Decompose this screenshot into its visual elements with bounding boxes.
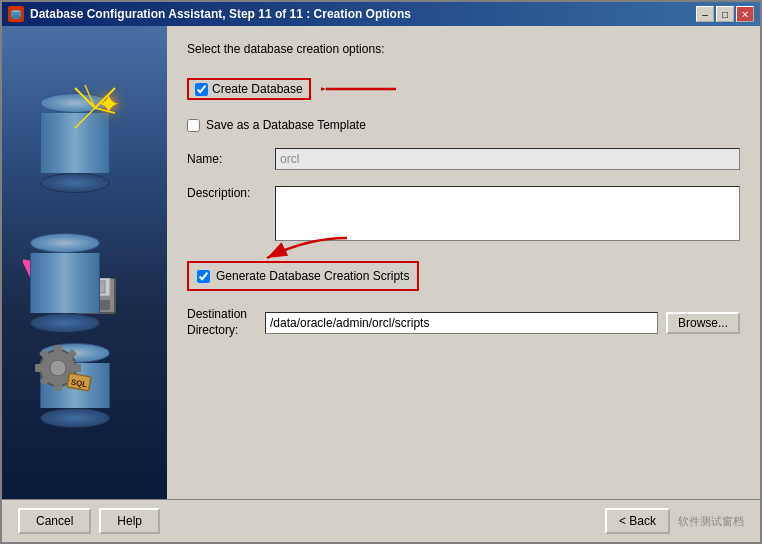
bottom-right-buttons: < Back 软件测试窗档 bbox=[605, 508, 744, 534]
save-template-label: Save as a Database Template bbox=[206, 118, 366, 132]
name-label: Name: bbox=[187, 152, 267, 166]
destination-input[interactable] bbox=[265, 312, 658, 334]
create-db-label: Create Database bbox=[212, 82, 303, 96]
browse-button[interactable]: Browse... bbox=[666, 312, 740, 334]
bottom-left-buttons: Cancel Help bbox=[18, 508, 160, 534]
save-template-checkbox[interactable] bbox=[187, 119, 200, 132]
right-panel: Select the database creation options: Cr… bbox=[167, 26, 760, 499]
svg-line-8 bbox=[85, 85, 95, 108]
close-button[interactable]: ✕ bbox=[736, 6, 754, 22]
generate-scripts-highlight: Generate Database Creation Scripts bbox=[187, 261, 419, 291]
left-panel: ✦ bbox=[2, 26, 167, 499]
generate-scripts-label: Generate Database Creation Scripts bbox=[216, 269, 409, 283]
svg-rect-17 bbox=[54, 345, 62, 352]
name-input[interactable] bbox=[275, 148, 740, 170]
window-content: ✦ bbox=[2, 26, 760, 499]
generate-scripts-section: Generate Database Creation Scripts bbox=[187, 261, 740, 297]
description-label: Description: bbox=[187, 186, 267, 200]
create-db-checkbox[interactable] bbox=[195, 83, 208, 96]
window-controls: – □ ✕ bbox=[696, 6, 754, 22]
create-db-row: Create Database bbox=[187, 74, 740, 104]
mid-cylinder bbox=[30, 233, 100, 333]
svg-point-16 bbox=[50, 360, 66, 376]
svg-line-6 bbox=[75, 108, 95, 128]
svg-line-5 bbox=[95, 88, 115, 108]
svg-rect-18 bbox=[54, 384, 62, 391]
help-button[interactable]: Help bbox=[99, 508, 160, 534]
destination-row: DestinationDirectory: Browse... bbox=[187, 307, 740, 338]
restore-button[interactable]: □ bbox=[716, 6, 734, 22]
illustration: ✦ bbox=[15, 73, 155, 453]
cancel-button[interactable]: Cancel bbox=[18, 508, 91, 534]
generate-scripts-checkbox[interactable] bbox=[197, 270, 210, 283]
svg-line-4 bbox=[75, 88, 95, 108]
title-bar: Database Configuration Assistant, Step 1… bbox=[2, 2, 760, 26]
create-db-highlight-box: Create Database bbox=[187, 78, 311, 100]
window-title: Database Configuration Assistant, Step 1… bbox=[30, 7, 411, 21]
title-bar-left: Database Configuration Assistant, Step 1… bbox=[8, 6, 411, 22]
main-window: Database Configuration Assistant, Step 1… bbox=[0, 0, 762, 544]
svg-line-7 bbox=[95, 108, 115, 113]
back-button[interactable]: < Back bbox=[605, 508, 670, 534]
db-top: ✦ bbox=[40, 93, 110, 193]
section-title: Select the database creation options: bbox=[187, 42, 740, 56]
watermark: 软件测试窗档 bbox=[678, 514, 744, 529]
app-icon bbox=[8, 6, 24, 22]
destination-label: DestinationDirectory: bbox=[187, 307, 257, 338]
svg-rect-20 bbox=[74, 364, 81, 372]
generate-scripts-checkbox-row: Generate Database Creation Scripts bbox=[197, 269, 409, 283]
bottom-bar: Cancel Help < Back 软件测试窗档 bbox=[2, 499, 760, 542]
save-template-row: Save as a Database Template bbox=[187, 118, 740, 132]
name-row: Name: bbox=[187, 148, 740, 170]
generate-scripts-arrow bbox=[247, 233, 367, 263]
svg-point-3 bbox=[11, 15, 21, 19]
create-db-arrow bbox=[321, 74, 401, 104]
generate-scripts-wrapper: Generate Database Creation Scripts bbox=[187, 261, 419, 297]
svg-rect-19 bbox=[35, 364, 42, 372]
gear-decoration: SQL bbox=[33, 340, 93, 398]
db-mid bbox=[30, 233, 100, 333]
minimize-button[interactable]: – bbox=[696, 6, 714, 22]
